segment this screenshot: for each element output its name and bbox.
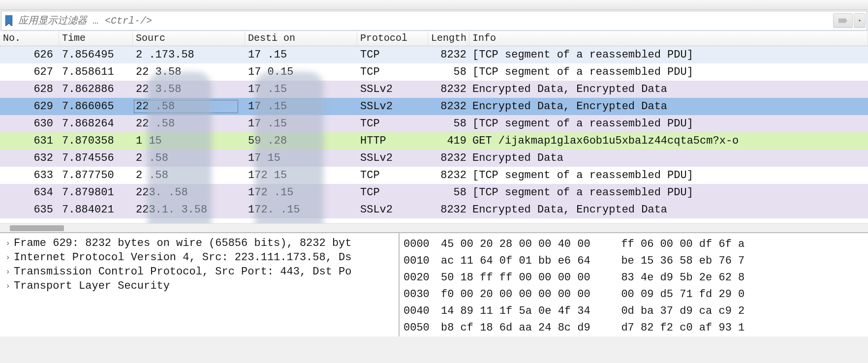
cell-no: 629 (0, 99, 59, 114)
detail-row[interactable]: ›Transport Layer Security (2, 279, 397, 293)
cell-source: 223. .58 (133, 185, 245, 200)
cell-no: 628 (0, 82, 59, 96)
detail-text: Transport Layer Security (14, 280, 170, 292)
packet-list-pane: No. Time Sourc Desti on Protocol Length … (0, 31, 868, 233)
display-filter-bar: ▾ (1, 11, 867, 30)
column-header-length[interactable]: Length (428, 31, 469, 46)
cell-destination: 17 15 (245, 151, 357, 165)
column-header-time[interactable]: Time (59, 31, 133, 46)
byte-hex: 45 00 20 28 00 00 40 00 (441, 236, 608, 253)
detail-row[interactable]: ›Internet Protocol Version 4, Src: 223.1… (2, 250, 397, 265)
cell-protocol: TCP (357, 48, 428, 62)
cell-protocol: SSLv2 (357, 82, 428, 96)
cell-length: 8232 (428, 82, 469, 96)
cell-source: 2 .58 (133, 151, 245, 165)
cell-protocol: TCP (357, 168, 428, 182)
cell-time: 7.866065 (59, 99, 133, 114)
cell-source: 2 .58 (133, 168, 245, 182)
cell-time: 7.884021 (59, 203, 133, 217)
cell-length: 419 (428, 134, 469, 148)
cell-protocol: SSLv2 (357, 99, 428, 114)
packet-details-pane[interactable]: ›Frame 629: 8232 bytes on wire (65856 bi… (0, 233, 400, 336)
byte-hex: ff 06 00 00 df 6f a (608, 236, 864, 253)
cell-info: [TCP segment of a reassembled PDU] (469, 117, 868, 131)
byte-offset: 0000 (403, 236, 441, 253)
bookmark-icon[interactable] (1, 11, 16, 30)
column-header-no[interactable]: No. (0, 31, 59, 46)
column-header-protocol[interactable]: Protocol (357, 31, 428, 46)
detail-text: Internet Protocol Version 4, Src: 223.11… (14, 251, 352, 264)
packet-row[interactable]: 6337.8777502 .58172 15TCP8232[TCP segmen… (0, 167, 868, 184)
cell-length: 8232 (428, 99, 469, 114)
cell-no: 633 (0, 168, 59, 182)
cell-source: 22 3.58 (133, 82, 245, 96)
chevron-right-icon[interactable]: › (2, 282, 14, 291)
packet-row[interactable]: 6317.8703581 1559 .28HTTP419GET /ijakmap… (0, 132, 868, 150)
cell-length: 58 (428, 185, 469, 200)
main-toolbar (0, 0, 868, 10)
filter-apply-button[interactable] (833, 13, 853, 28)
byte-row[interactable]: 004014 89 11 1f 5a 0e 4f 34 0d ba 37 d9 … (403, 303, 864, 320)
byte-row[interactable]: 0030f0 00 20 00 00 00 00 00 00 09 d5 71 … (403, 286, 864, 303)
cell-source: 22 .58 (133, 117, 245, 131)
cell-no: 630 (0, 117, 59, 131)
packet-row[interactable]: 6327.8745562 .5817 15SSLv28232Encrypted … (0, 150, 868, 167)
byte-hex: d7 82 f2 c0 af 93 1 (608, 320, 864, 336)
cell-protocol: HTTP (357, 134, 428, 148)
detail-text: Transmission Control Protocol, Src Port:… (14, 266, 352, 278)
detail-row[interactable]: ›Frame 629: 8232 bytes on wire (65856 bi… (2, 236, 397, 250)
packet-row[interactable]: 6307.86826422 .5817 .15TCP58[TCP segment… (0, 115, 868, 132)
cell-time: 7.879801 (59, 185, 133, 200)
column-header-destination[interactable]: Desti on (245, 31, 357, 46)
cell-time: 7.862886 (59, 82, 133, 96)
packet-list-header[interactable]: No. Time Sourc Desti on Protocol Length … (0, 31, 868, 46)
packet-row[interactable]: 6267.8564952 .173.5817 .15TCP8232[TCP se… (0, 46, 868, 63)
cell-info: [TCP segment of a reassembled PDU] (469, 185, 868, 200)
cell-destination: 17 .15 (245, 99, 357, 114)
column-header-info[interactable]: Info (469, 31, 868, 46)
byte-row[interactable]: 002050 18 ff ff 00 00 00 00 83 4e d9 5b … (403, 270, 864, 286)
cell-protocol: TCP (357, 185, 428, 200)
cell-destination: 59 .28 (245, 134, 357, 148)
horizontal-scrollbar[interactable] (0, 223, 868, 232)
column-header-source[interactable]: Sourc (133, 31, 245, 46)
bottom-panes: ›Frame 629: 8232 bytes on wire (65856 bi… (0, 233, 868, 336)
cell-info: Encrypted Data, Encrypted Data (469, 203, 868, 217)
cell-no: 634 (0, 185, 59, 200)
cell-no: 627 (0, 65, 59, 79)
byte-row[interactable]: 0010ac 11 64 0f 01 bb e6 64 be 15 36 58 … (403, 253, 864, 270)
cell-protocol: SSLv2 (357, 151, 428, 165)
chevron-right-icon[interactable]: › (2, 253, 14, 262)
filter-dropdown-button[interactable]: ▾ (854, 13, 866, 28)
cell-info: [TCP segment of a reassembled PDU] (469, 48, 868, 62)
packet-row[interactable]: 6347.879801223. .58172 .15TCP58[TCP segm… (0, 184, 868, 201)
cell-length: 58 (428, 65, 469, 79)
packet-row[interactable]: 6297.86606522 .5817 .15SSLv28232Encrypte… (0, 98, 868, 115)
packet-row[interactable]: 6287.86288622 3.5817 .15SSLv28232Encrypt… (0, 81, 868, 98)
byte-offset: 0010 (403, 253, 441, 270)
byte-row[interactable]: 0050b8 cf 18 6d aa 24 8c d9 d7 82 f2 c0 … (403, 320, 864, 336)
cell-length: 8232 (428, 203, 469, 217)
cell-source: 223.1. 3.58 (133, 203, 245, 217)
packet-row[interactable]: 6277.85861122 3.5817 0.15TCP58[TCP segme… (0, 63, 868, 81)
byte-hex: ac 11 64 0f 01 bb e6 64 (441, 253, 608, 270)
display-filter-input[interactable] (16, 11, 832, 30)
cell-time: 7.874556 (59, 151, 133, 165)
cell-no: 632 (0, 151, 59, 165)
cell-time: 7.856495 (59, 48, 133, 62)
chevron-right-icon[interactable]: › (2, 239, 14, 248)
packet-bytes-pane[interactable]: 000045 00 20 28 00 00 40 00 ff 06 00 00 … (400, 233, 868, 336)
cell-length: 58 (428, 117, 469, 131)
byte-hex: be 15 36 58 eb 76 7 (608, 253, 864, 270)
detail-row[interactable]: ›Transmission Control Protocol, Src Port… (2, 265, 397, 279)
cell-info: GET /ijakmap1glax6ob1u5xbalz44cqta5cm?x-… (469, 134, 868, 148)
byte-offset: 0020 (403, 270, 441, 286)
byte-row[interactable]: 000045 00 20 28 00 00 40 00 ff 06 00 00 … (403, 236, 864, 253)
cell-time: 7.868264 (59, 117, 133, 131)
chevron-right-icon[interactable]: › (2, 268, 14, 276)
packet-row[interactable]: 6357.884021223.1. 3.58172. .15SSLv28232E… (0, 201, 868, 218)
byte-offset: 0030 (403, 286, 441, 303)
cell-source: 22 3.58 (133, 65, 245, 79)
cell-time: 7.877750 (59, 168, 133, 182)
cell-length: 8232 (428, 168, 469, 182)
